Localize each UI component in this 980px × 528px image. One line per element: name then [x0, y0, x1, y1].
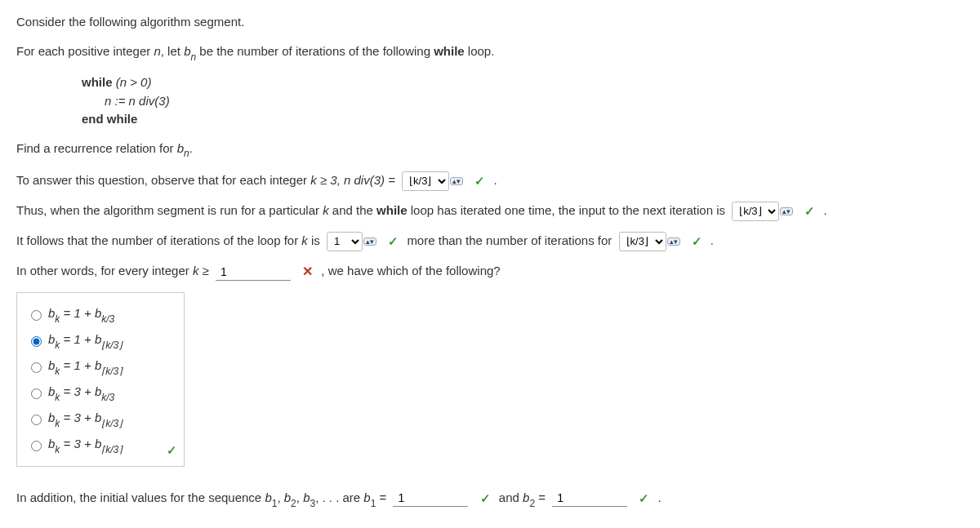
text: is	[308, 233, 323, 247]
option-6[interactable]: bk = 3 + b⌈k/3⌉	[27, 432, 174, 458]
radio-4[interactable]	[31, 388, 42, 399]
text: In other words, for every integer	[16, 264, 193, 277]
text: more than the number of iterations for	[407, 233, 615, 247]
text: .	[824, 203, 827, 217]
radio-5[interactable]	[31, 415, 42, 425]
text: It follows that the number of iterations…	[16, 233, 301, 247]
var-b: b	[177, 141, 184, 155]
code-block: while (n > 0) n := n div(3) end while	[82, 73, 964, 129]
stepper-icon: ▴▾	[363, 237, 376, 246]
radio-6[interactable]	[31, 441, 42, 451]
k-geq-input[interactable]	[216, 264, 291, 281]
b2-input[interactable]	[552, 490, 627, 507]
option-5[interactable]: bk = 3 + b⌊k/3⌋	[27, 406, 174, 432]
intro-line-2: For each positive integer n, let bn be t…	[16, 42, 964, 64]
check-icon: ✓	[474, 174, 485, 188]
other-words-line: In other words, for every integer k ≥ ✕ …	[16, 261, 964, 282]
text: For each positive integer	[16, 44, 154, 58]
kw-while: while	[82, 75, 113, 89]
text: k ≥ 3,	[310, 173, 344, 187]
text: .	[189, 141, 193, 155]
kw-while: while	[376, 203, 408, 217]
text: .	[493, 173, 497, 187]
text: loop has iterated one time, the input to…	[408, 203, 729, 217]
count-more-select[interactable]: 1	[327, 232, 363, 251]
find-recurrence: Find a recurrence relation for bn.	[16, 139, 964, 161]
var-n: n	[154, 44, 160, 58]
thus-line: Thus, when the algorithm segment is run …	[16, 201, 964, 221]
check-icon: ✓	[480, 491, 491, 505]
var-k: k	[301, 233, 308, 247]
text: k ≥	[193, 264, 212, 277]
check-icon: ✓	[388, 234, 399, 248]
radio-3[interactable]	[31, 362, 42, 373]
kw-end-while: end while	[82, 112, 137, 126]
text: Find a recurrence relation for	[16, 141, 177, 155]
radio-2[interactable]	[31, 336, 42, 347]
text: To answer this question, observe that fo…	[16, 173, 310, 187]
option-4[interactable]: bk = 3 + bk/3	[27, 379, 174, 406]
sub-n: n	[184, 148, 189, 159]
text: and the	[329, 203, 376, 217]
text: , we have which of the following?	[321, 264, 500, 277]
text: n div(3) =	[344, 173, 399, 187]
initial-values-line: In addition, the initial values for the …	[16, 488, 964, 510]
ndiv3-select[interactable]: ⌊k/3⌋	[402, 171, 449, 191]
stepper-icon: ▴▾	[450, 177, 463, 185]
check-icon: ✓	[804, 204, 815, 218]
check-icon: ✓	[692, 234, 702, 248]
text: be the number of iterations of the follo…	[196, 44, 434, 58]
sub-n: n	[190, 51, 196, 63]
check-icon: ✓	[639, 491, 649, 505]
text: loop.	[465, 44, 495, 58]
x-icon: ✕	[302, 264, 313, 278]
radio-1[interactable]	[31, 310, 42, 321]
check-icon: ✓	[167, 438, 177, 463]
kw-while: while	[434, 44, 465, 58]
option-2[interactable]: bk = 1 + b⌊k/3⌋	[27, 327, 174, 353]
text: , let	[161, 44, 184, 58]
text: Thus, when the algorithm segment is run …	[16, 203, 323, 217]
iterations-for-select[interactable]: ⌊k/3⌋	[619, 232, 666, 251]
text: In addition, the initial values for the …	[16, 490, 265, 504]
var-k: k	[323, 203, 329, 217]
option-1[interactable]: bk = 1 + bk/3	[27, 301, 174, 327]
intro-line-1: Consider the following algorithm segment…	[16, 12, 964, 32]
code-assign: n := n div(3)	[105, 92, 964, 111]
code-cond: (n > 0)	[113, 75, 152, 89]
recurrence-options: bk = 1 + bk/3 bk = 1 + b⌊k/3⌋ bk = 1 + b…	[16, 292, 185, 467]
option-3[interactable]: bk = 1 + b⌈k/3⌉	[27, 353, 174, 379]
stepper-icon: ▴▾	[780, 207, 793, 215]
follows-line: It follows that the number of iterations…	[16, 231, 964, 251]
stepper-icon: ▴▾	[667, 237, 680, 246]
next-input-select[interactable]: ⌊k/3⌋	[732, 202, 779, 221]
text: .	[710, 233, 714, 247]
b1-input[interactable]	[393, 490, 468, 507]
observe-line: To answer this question, observe that fo…	[16, 171, 964, 191]
